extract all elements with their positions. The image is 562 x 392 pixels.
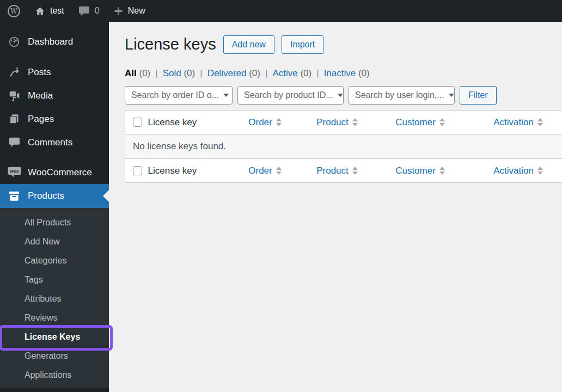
column-footer-license-key: License key	[148, 159, 230, 183]
page-title-row: License keys Add new Import	[125, 35, 562, 54]
column-footer-product[interactable]: Product	[301, 159, 374, 183]
filter-separator: |	[316, 68, 319, 79]
new-content-menu[interactable]: New	[107, 0, 152, 22]
sort-icon	[352, 118, 358, 126]
empty-state-row: No license keys found.	[125, 134, 562, 159]
sidebar-item-dashboard[interactable]: Dashboard	[0, 30, 109, 53]
submenu-item-add-new[interactable]: Add New	[0, 232, 109, 251]
filter-active[interactable]: Active	[272, 68, 297, 78]
search-filter-row: Search by order ID o... Search by produc…	[125, 86, 562, 105]
menu-separator	[0, 53, 109, 60]
svg-text:W: W	[10, 7, 17, 15]
media-icon	[7, 90, 21, 101]
submenu-item-tags[interactable]: Tags	[0, 270, 109, 289]
plus-icon	[114, 7, 123, 16]
table-footer-row: License key Order Product Customer Activ…	[125, 159, 562, 183]
add-new-button[interactable]: Add new	[223, 35, 274, 54]
pages-icon	[7, 113, 21, 125]
sidebar-item-label: Comments	[28, 137, 72, 148]
submenu-label: Categories	[25, 256, 66, 266]
submenu-item-reviews[interactable]: Reviews	[0, 308, 109, 327]
column-header-activation[interactable]: Activation	[467, 111, 562, 134]
sidebar-item-pages[interactable]: Pages	[0, 107, 109, 131]
submenu-item-applications[interactable]: Applications	[0, 365, 109, 384]
filter-inactive-count: (0)	[358, 68, 370, 78]
submenu-item-license-keys[interactable]: License Keys	[0, 327, 109, 346]
chevron-down-icon	[449, 94, 454, 97]
menu-separator	[0, 154, 109, 161]
empty-message: No license keys found.	[125, 134, 562, 159]
submenu-item-all-products[interactable]: All Products	[0, 213, 109, 232]
column-footer-customer[interactable]: Customer	[374, 159, 467, 183]
submenu-item-attributes[interactable]: Attributes	[0, 289, 109, 308]
select-all-checkbox-footer[interactable]	[133, 166, 142, 175]
sidebar-item-label: Dashboard	[28, 36, 73, 47]
column-footer-order[interactable]: Order	[230, 159, 301, 183]
filter-separator: |	[200, 68, 202, 79]
column-header-customer[interactable]: Customer	[374, 111, 467, 134]
sidebar-item-posts[interactable]: Posts	[0, 60, 109, 84]
admin-bar: W test 0 New	[0, 0, 562, 22]
sort-icon	[537, 167, 543, 175]
pin-icon	[7, 66, 21, 78]
submenu-label: Tags	[25, 275, 43, 285]
filter-all-count: (0)	[139, 68, 150, 78]
sidebar-item-label: Products	[28, 191, 64, 201]
sort-icon	[537, 118, 543, 126]
submenu-item-generators[interactable]: Generators	[0, 346, 109, 365]
chevron-down-icon	[338, 94, 343, 97]
submenu-label: Applications	[25, 370, 71, 380]
select-all-checkbox[interactable]	[133, 118, 142, 127]
filter-sold[interactable]: Sold	[163, 68, 181, 78]
filter-separator: |	[265, 68, 267, 79]
page-title: License keys	[125, 35, 216, 53]
comment-count: 0	[95, 6, 100, 16]
wordpress-logo-menu[interactable]: W	[0, 0, 28, 22]
table-header-row: License key Order Product Customer Activ…	[125, 111, 562, 134]
sidebar-item-woocommerce[interactable]: Woo WooCommerce	[0, 161, 109, 184]
products-box-icon	[7, 191, 21, 201]
sidebar-item-label: Posts	[28, 67, 51, 78]
sidebar-item-comments[interactable]: Comments	[0, 131, 109, 154]
sort-icon	[439, 167, 445, 175]
filter-delivered-count: (0)	[249, 68, 260, 78]
sidebar-item-media[interactable]: Media	[0, 84, 109, 107]
submenu-label: License Keys	[25, 332, 80, 342]
column-header-product[interactable]: Product	[301, 111, 374, 134]
products-submenu: All Products Add New Categories Tags Att…	[0, 208, 109, 388]
filter-inactive[interactable]: Inactive	[324, 68, 356, 78]
new-label: New	[128, 6, 145, 16]
filter-active-count: (0)	[300, 68, 311, 78]
wordpress-logo-icon: W	[7, 4, 21, 18]
comments-icon	[7, 137, 21, 148]
sort-icon	[439, 118, 445, 126]
filter-button[interactable]: Filter	[460, 86, 497, 105]
search-user-select[interactable]: Search by user login,...	[349, 86, 455, 105]
submenu-label: All Products	[25, 218, 71, 228]
dashboard-icon	[7, 36, 21, 48]
search-order-select[interactable]: Search by order ID o...	[125, 86, 233, 105]
comment-bubble-icon	[78, 6, 90, 16]
home-icon	[35, 6, 45, 16]
search-order-placeholder: Search by order ID o...	[131, 90, 219, 100]
sidebar-item-label: WooCommerce	[28, 167, 92, 178]
woocommerce-icon: Woo	[7, 166, 21, 179]
submenu-label: Reviews	[25, 313, 57, 323]
column-header-order[interactable]: Order	[230, 111, 301, 134]
filter-all[interactable]: All	[125, 68, 137, 78]
license-keys-table: License key Order Product Customer Activ…	[125, 110, 562, 183]
svg-text:Woo: Woo	[10, 169, 19, 174]
comments-menu[interactable]: 0	[71, 0, 107, 22]
status-filter-list: All (0) | Sold (0) | Delivered (0) | Act…	[125, 68, 562, 79]
sort-icon	[276, 118, 282, 126]
filter-delivered[interactable]: Delivered	[207, 68, 247, 78]
site-name-menu[interactable]: test	[28, 0, 71, 22]
submenu-item-categories[interactable]: Categories	[0, 251, 109, 270]
submenu-label: Attributes	[25, 294, 62, 304]
import-button[interactable]: Import	[282, 35, 323, 54]
filter-sold-count: (0)	[184, 68, 195, 78]
search-product-select[interactable]: Search by product ID...	[237, 86, 344, 105]
column-footer-activation[interactable]: Activation	[467, 159, 562, 183]
sidebar-item-products[interactable]: Products	[0, 184, 109, 208]
site-name-label: test	[50, 6, 64, 16]
